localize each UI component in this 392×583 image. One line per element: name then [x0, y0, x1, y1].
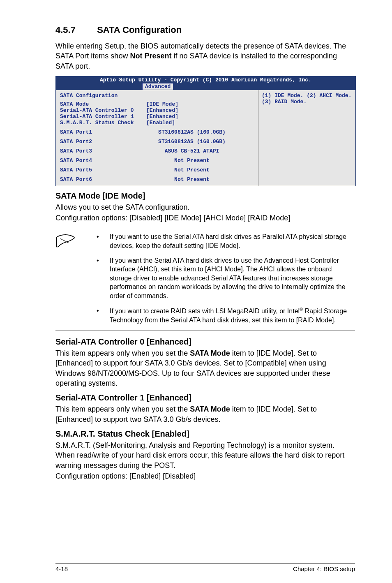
body-text: S.M.A.R.T. (Self-Monitoring, Analysis an… — [55, 440, 355, 470]
bios-setting-val: [IDE Mode] — [146, 101, 254, 107]
bios-setting-key: Serial-ATA Controller 1 — [60, 113, 146, 120]
note-text: If you want to create RAID sets with LSI… — [110, 306, 355, 325]
intro-bold: Not Present — [130, 52, 171, 60]
section-title: SATA Configuration — [97, 25, 182, 35]
note-block: • If you want to use the Serial ATA hard… — [55, 228, 355, 331]
body-text: Allows you to set the SATA configuration… — [55, 202, 355, 212]
page-footer: 4-18 Chapter 4: BIOS setup — [55, 563, 355, 572]
bios-setting-val: [Enhanced] — [146, 107, 254, 113]
bios-port-val: ST3160812AS (160.0GB) — [146, 129, 254, 135]
bios-help-pane: (1) IDE Mode. (2) AHCI Mode. (3) RAID Mo… — [258, 90, 355, 186]
bios-setting-key: S.M.A.R.T. Status Check — [60, 120, 146, 126]
footer-chapter: Chapter 4: BIOS setup — [293, 565, 355, 572]
bios-left-pane: SATA Configuration SATA Mode[IDE Mode] S… — [56, 90, 258, 186]
sub-heading: S.M.A.R.T. Status Check [Enabled] — [55, 429, 355, 439]
section-number: 4.5.7 — [55, 25, 95, 35]
text-bold: SATA Mode — [190, 405, 230, 413]
bios-section-title: SATA Configuration — [60, 93, 146, 99]
bios-port-key: SATA Port4 — [60, 157, 146, 164]
body-text: Configuration options: [Enabled] [Disabl… — [55, 471, 355, 481]
note-text-pre: If you want to create RAID sets with LSI… — [110, 308, 300, 315]
bios-screenshot: Aptio Setup Utility - Copyright (C) 2010… — [55, 76, 356, 186]
bios-setting-key: SATA Mode — [60, 101, 146, 107]
note-text: If you want the Serial ATA hard disk dri… — [110, 256, 355, 301]
bios-help-line: (1) IDE Mode. (2) AHCI Mode. — [262, 93, 352, 99]
sub-heading: SATA Mode [IDE Mode] — [55, 191, 355, 201]
sub-heading: Serial-ATA Controller 1 [Enhanced] — [55, 393, 355, 403]
bios-setting-key: Serial-ATA Controller 0 — [60, 107, 146, 113]
text-bold: SATA Mode — [190, 349, 230, 357]
bios-setting-val: [Enhanced] — [146, 113, 254, 120]
bios-port-val: ASUS CB-521 ATAPI — [146, 148, 254, 154]
bios-port-key: SATA Port6 — [60, 176, 146, 183]
bios-port-key: SATA Port2 — [60, 139, 146, 145]
bullet-icon: • — [97, 306, 110, 325]
bios-setting-val: [Enabled] — [146, 120, 254, 126]
svg-line-0 — [60, 239, 69, 243]
bios-header: Aptio Setup Utility - Copyright (C) 2010… — [56, 76, 355, 90]
bios-port-key: SATA Port5 — [60, 167, 146, 173]
bios-port-key: SATA Port1 — [60, 129, 146, 135]
bios-port-val: Not Present — [146, 176, 254, 183]
bios-tab-advanced: Advanced — [142, 83, 173, 90]
bullet-icon: • — [97, 232, 110, 250]
bios-port-val: Not Present — [146, 167, 254, 173]
bios-port-key: SATA Port3 — [60, 148, 146, 154]
bios-port-val: Not Present — [146, 157, 254, 164]
text: This item appears only when you set the — [55, 349, 190, 357]
note-icon — [55, 232, 97, 252]
body-text: This item appears only when you set the … — [55, 348, 355, 388]
text: This item appears only when you set the — [55, 405, 190, 413]
bullet-icon: • — [97, 256, 110, 301]
body-text: This item appears only when you set the … — [55, 404, 355, 424]
bios-title: Aptio Setup Utility - Copyright (C) 2010… — [56, 77, 355, 83]
bios-help-line: (3) RAID Mode. — [262, 99, 352, 105]
section-heading: 4.5.7 SATA Configuration — [55, 25, 355, 35]
bios-port-val: ST3160812AS (160.0GB) — [146, 139, 254, 145]
body-text: Configuration options: [Disabled] [IDE M… — [55, 213, 355, 223]
note-text: If you want to use the Serial ATA hard d… — [110, 232, 355, 250]
sub-heading: Serial-ATA Controller 0 [Enhanced] — [55, 337, 355, 347]
page-number: 4-18 — [55, 565, 68, 572]
intro-paragraph: While entering Setup, the BIOS automatic… — [55, 41, 355, 71]
